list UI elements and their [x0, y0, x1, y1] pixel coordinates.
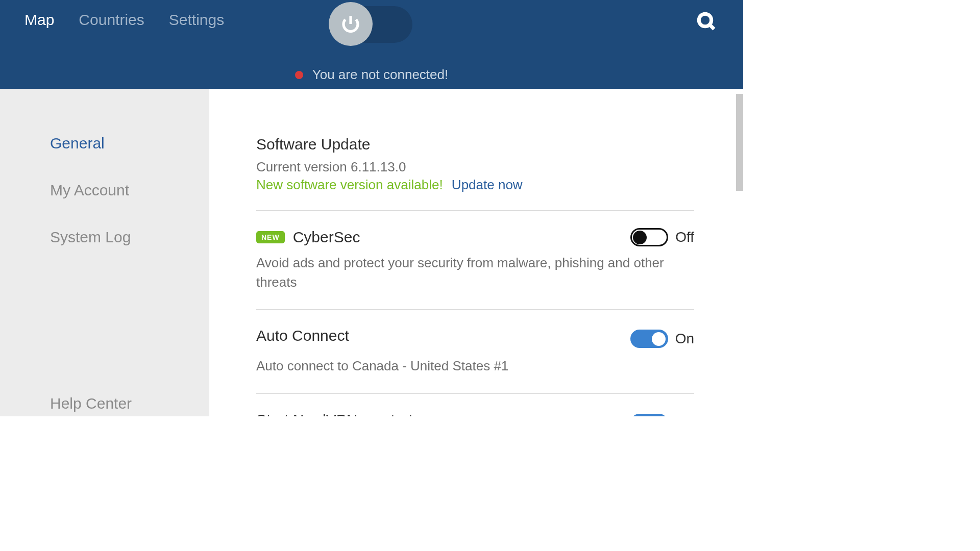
svg-line-1 — [709, 24, 714, 29]
section-startup: Start NordVPN on startup On Start NordVP… — [256, 411, 694, 416]
sidebar-item-my-account[interactable]: My Account — [50, 182, 209, 199]
tab-map[interactable]: Map — [24, 11, 54, 29]
status-text: You are not connected! — [312, 67, 448, 83]
sidebar-item-general[interactable]: General — [50, 135, 209, 152]
auto-connect-toggle[interactable] — [630, 330, 668, 348]
settings-sidebar: General My Account System Log Help Cente… — [0, 89, 209, 416]
sidebar-item-system-log[interactable]: System Log — [50, 229, 209, 246]
search-button[interactable] — [696, 11, 718, 33]
tab-countries[interactable]: Countries — [79, 11, 144, 29]
settings-content: Software Update Current version 6.11.13.… — [209, 89, 743, 416]
vpn-power-toggle[interactable] — [331, 6, 412, 43]
update-available-text: New software version available! — [256, 177, 443, 192]
cybersec-toggle[interactable] — [630, 228, 668, 246]
header-tabs: Map Countries Settings — [24, 11, 224, 29]
section-software-update: Software Update Current version 6.11.13.… — [256, 136, 694, 211]
status-indicator-icon — [295, 71, 303, 79]
sidebar-item-help-center[interactable]: Help Center — [50, 395, 132, 412]
cybersec-toggle-label: Off — [675, 229, 694, 245]
startup-title: Start NordVPN on startup — [256, 411, 430, 416]
startup-toggle[interactable] — [630, 414, 668, 416]
new-badge: NEW — [256, 231, 285, 243]
scrollbar-thumb[interactable] — [736, 94, 743, 191]
app-header: Map Countries Settings You are not conne… — [0, 0, 743, 89]
tab-settings[interactable]: Settings — [169, 11, 224, 29]
app-body: General My Account System Log Help Cente… — [0, 89, 743, 416]
auto-connect-description: Auto connect to Canada - United States #… — [256, 357, 694, 376]
update-now-link[interactable]: Update now — [452, 177, 523, 192]
auto-connect-toggle-label: On — [675, 331, 694, 347]
svg-point-0 — [699, 14, 712, 27]
section-auto-connect: Auto Connect On Auto connect to Canada -… — [256, 327, 694, 394]
auto-connect-title: Auto Connect — [256, 327, 349, 344]
software-update-title: Software Update — [256, 136, 694, 153]
section-cybersec: NEW CyberSec Off Avoid ads and protect y… — [256, 228, 694, 310]
current-version: Current version 6.11.13.0 — [256, 159, 694, 175]
search-icon — [696, 11, 718, 33]
cybersec-description: Avoid ads and protect your security from… — [256, 254, 694, 292]
power-icon — [329, 2, 373, 46]
cybersec-title: CyberSec — [293, 229, 360, 246]
connection-status: You are not connected! — [0, 67, 743, 83]
startup-toggle-label: On — [675, 415, 694, 416]
